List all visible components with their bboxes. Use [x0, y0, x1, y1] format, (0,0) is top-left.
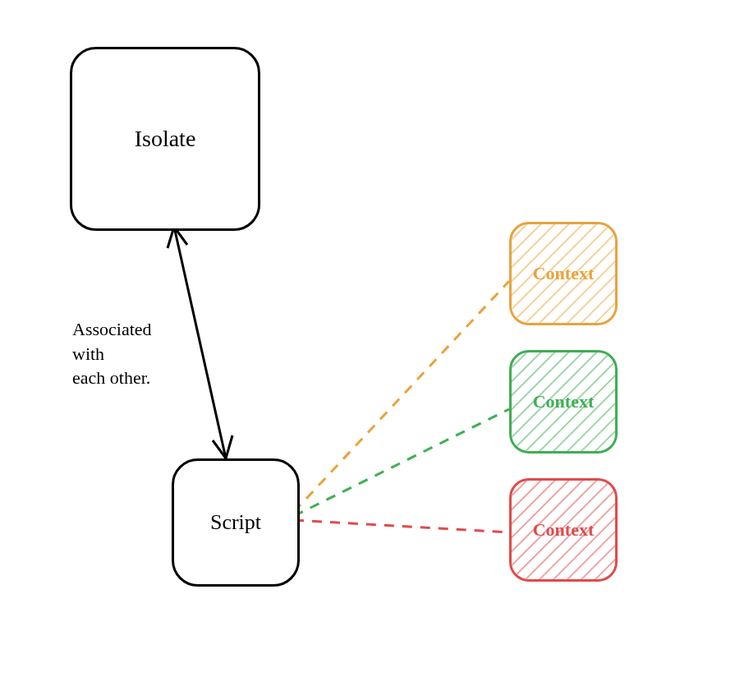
node-isolate: Isolate: [70, 47, 260, 231]
dash-orange: [294, 281, 509, 512]
dash-red: [294, 520, 509, 532]
node-script-label: Script: [210, 510, 261, 535]
diagram-canvas: Isolate Script Context Context Context A…: [0, 0, 735, 700]
node-context-orange: Context: [509, 222, 618, 325]
node-context-red: Context: [509, 478, 618, 582]
node-context-green: Context: [509, 350, 618, 454]
svg-line-6: [174, 227, 226, 458]
node-context-green-label: Context: [533, 391, 595, 412]
node-isolate-label: Isolate: [135, 126, 196, 152]
edge-label-associated: Associated with each other.: [72, 317, 152, 390]
dash-green: [294, 409, 509, 516]
arrow-isolate-script: [168, 227, 232, 458]
node-context-red-label: Context: [533, 519, 595, 541]
node-context-orange-label: Context: [533, 263, 595, 284]
node-script: Script: [172, 458, 300, 587]
